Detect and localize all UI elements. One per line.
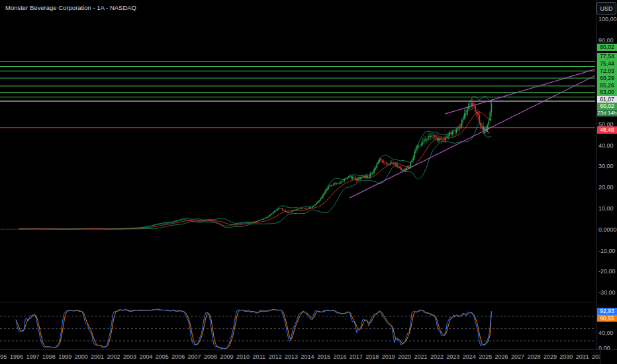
time-axis-label: 2010 [236, 353, 250, 360]
time-axis-label: 2022 [430, 353, 444, 360]
time-axis-label: 2018 [365, 353, 379, 360]
price-tick: -10,00 [598, 248, 616, 254]
time-axis-label: 2002 [107, 353, 120, 360]
symbol-legend[interactable]: Monster Beverage Corporation - 1A - NASD… [5, 4, 136, 11]
price-axis[interactable]: 100,00 90,00 50,00 40,00 30,00 20,00 10,… [596, 0, 617, 349]
level-price-label: 80,02 [597, 44, 617, 51]
price-tick: 10,00 [598, 205, 614, 212]
pane-separator[interactable] [0, 302, 596, 302]
level-price-label: 77,54 [597, 53, 617, 60]
price-chart-canvas[interactable] [0, 0, 617, 364]
time-axis-label: 2019 [382, 353, 395, 360]
level-price-label: 68,29 [597, 75, 617, 82]
time-axis-label: 2020 [398, 353, 411, 360]
trendline[interactable] [445, 62, 617, 114]
last-price-label: 60,02 [597, 103, 617, 110]
level-price-label: 75,44 [597, 60, 617, 68]
currency-toggle-button[interactable]: USD [596, 2, 616, 15]
level-price-label: 65,26 [597, 82, 617, 89]
time-axis-label: 2031 [576, 353, 589, 360]
countdown-label: 23d 14h [597, 110, 617, 117]
time-axis-label: 2016 [333, 353, 346, 360]
price-tick: 100,00 [598, 16, 617, 23]
bollinger-basis-line [19, 112, 491, 229]
time-axis-label: 2009 [220, 353, 233, 360]
time-axis-label: 2025 [479, 353, 492, 360]
stochastic-k-line [16, 309, 491, 349]
time-axis-label: 2030 [559, 353, 573, 360]
price-tick: -20,00 [598, 268, 616, 275]
indicator-tick: 40,00 [598, 330, 614, 336]
axis-corner [600, 349, 617, 364]
level-price-label: 72,03 [597, 68, 617, 75]
price-tick: 20,00 [598, 184, 614, 191]
price-tick: -30,00 [598, 289, 616, 296]
main-pane[interactable] [0, 62, 617, 230]
time-axis-label: 2028 [527, 353, 540, 360]
stoch-d-value-label: 90,55 [597, 315, 617, 322]
time-axis-label: 2017 [350, 353, 363, 360]
time-axis-label: 2026 [495, 353, 508, 360]
time-axis-label: 2027 [511, 353, 524, 360]
price-tick: 90,00 [598, 37, 614, 44]
stoch-k-value-label: 92,93 [597, 308, 617, 315]
time-axis-label: 1996 [10, 353, 23, 360]
time-axis-label: 1997 [26, 353, 39, 360]
time-axis-label: 2029 [544, 353, 557, 360]
time-axis-label: 2014 [301, 353, 314, 360]
price-tick: 0,0000 [598, 226, 617, 233]
time-axis-label: 2004 [139, 353, 152, 360]
time-axis-label: 2000 [75, 353, 88, 360]
time-axis-label: 2011 [253, 353, 265, 360]
time-axis-label: 2012 [269, 353, 282, 360]
price-tick: 40,00 [598, 142, 614, 149]
time-axis-label: 2015 [317, 353, 330, 360]
time-axis-label: 2021 [414, 353, 427, 360]
time-axis-label: 2005 [156, 353, 169, 360]
time-axis-label: 1995 [0, 353, 7, 360]
level-price-label: 63,00 [597, 89, 617, 96]
time-axis-label: 2013 [285, 353, 298, 360]
time-axis-label: 2008 [204, 353, 217, 360]
time-axis-label: 2032 [592, 353, 600, 360]
time-axis-label: 1998 [42, 353, 56, 360]
stochastic-d-line [16, 309, 491, 348]
indicator-pane[interactable] [0, 309, 595, 349]
time-axis-label: 2024 [463, 353, 476, 360]
trading-chart-app: Monster Beverage Corporation - 1A - NASD… [0, 0, 617, 364]
time-axis-label: 2007 [188, 353, 201, 360]
white-level-price-label: 61,07 [597, 96, 617, 103]
trendline[interactable] [350, 65, 616, 198]
time-axis-label: 2023 [446, 353, 459, 360]
time-axis[interactable]: 1995199619971998199920002001200220032004… [0, 349, 600, 364]
time-axis-label: 2001 [91, 353, 104, 360]
price-tick: 30,00 [598, 163, 614, 169]
time-axis-label: 2006 [171, 353, 185, 360]
time-axis-label: 1999 [58, 353, 71, 360]
red-level-price-label: 48,48 [597, 126, 617, 134]
time-axis-label: 2003 [123, 353, 136, 360]
